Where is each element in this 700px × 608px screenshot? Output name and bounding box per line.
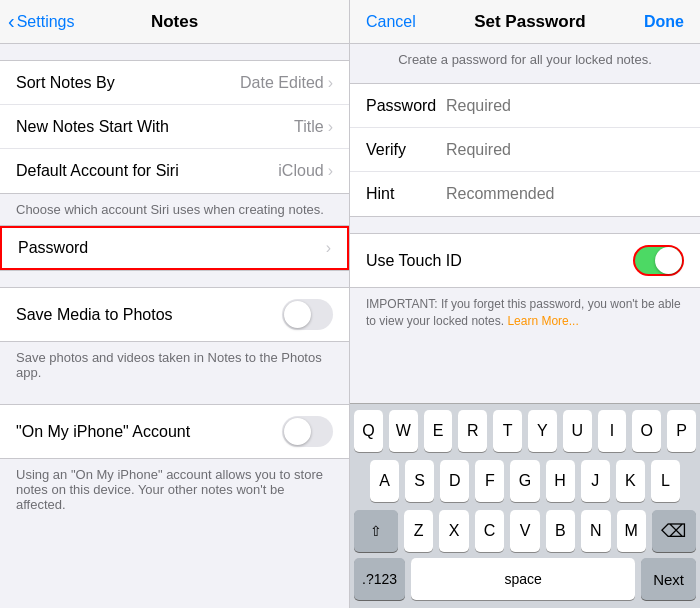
save-media-description: Save photos and videos taken in Notes to… xyxy=(0,342,349,388)
password-row[interactable]: Password › xyxy=(0,226,349,270)
key-w[interactable]: W xyxy=(389,410,418,452)
keyboard: Q W E R T Y U I O P A S D F G H J K L ⇧ … xyxy=(350,403,700,608)
on-my-iphone-label: "On My iPhone" Account xyxy=(16,423,190,441)
save-media-group: Save Media to Photos xyxy=(0,287,349,342)
touch-id-toggle[interactable] xyxy=(633,245,684,276)
top-settings-group: Sort Notes By Date Edited › New Notes St… xyxy=(0,60,349,194)
save-media-label: Save Media to Photos xyxy=(16,306,173,324)
sort-notes-value: Date Edited xyxy=(240,74,324,92)
touch-id-label: Use Touch ID xyxy=(366,252,462,270)
key-l[interactable]: L xyxy=(651,460,680,502)
key-v[interactable]: V xyxy=(510,510,539,552)
password-chevron-icon: › xyxy=(326,239,331,257)
new-notes-label: New Notes Start With xyxy=(16,118,169,136)
new-notes-chevron-icon: › xyxy=(328,118,333,136)
password-field-row: Password xyxy=(350,84,700,128)
key-k[interactable]: K xyxy=(616,460,645,502)
key-e[interactable]: E xyxy=(424,410,453,452)
back-arrow-icon: ‹ xyxy=(8,10,15,33)
default-account-label: Default Account for Siri xyxy=(16,162,179,180)
save-media-row[interactable]: Save Media to Photos xyxy=(0,288,349,341)
key-y[interactable]: Y xyxy=(528,410,557,452)
on-my-iphone-description: Using an "On My iPhone" account allows y… xyxy=(0,459,349,520)
key-f[interactable]: F xyxy=(475,460,504,502)
save-media-toggle[interactable] xyxy=(282,299,333,330)
key-d[interactable]: D xyxy=(440,460,469,502)
hint-field-row: Hint xyxy=(350,172,700,216)
password-label: Password xyxy=(18,239,88,257)
key-a[interactable]: A xyxy=(370,460,399,502)
keyboard-row-2: A S D F G H J K L xyxy=(350,454,700,504)
delete-key[interactable]: ⌫ xyxy=(652,510,696,552)
key-h[interactable]: H xyxy=(546,460,575,502)
left-header: ‹ Settings Notes xyxy=(0,0,349,44)
keyboard-bottom-row: .?123 space Next xyxy=(350,554,700,608)
key-z[interactable]: Z xyxy=(404,510,433,552)
learn-more-link[interactable]: Learn More... xyxy=(507,314,578,328)
key-t[interactable]: T xyxy=(493,410,522,452)
sort-notes-chevron-icon: › xyxy=(328,74,333,92)
warning-text: IMPORTANT: If you forget this password, … xyxy=(350,288,700,338)
key-q[interactable]: Q xyxy=(354,410,383,452)
done-button[interactable]: Done xyxy=(644,13,684,31)
shift-key[interactable]: ⇧ xyxy=(354,510,398,552)
sort-notes-row[interactable]: Sort Notes By Date Edited › xyxy=(0,61,349,105)
verify-field-label: Verify xyxy=(366,141,446,159)
sort-notes-value-group: Date Edited › xyxy=(240,74,333,92)
new-notes-value-group: Title › xyxy=(294,118,333,136)
key-m[interactable]: M xyxy=(617,510,646,552)
siri-description: Choose which account Siri uses when crea… xyxy=(0,194,349,225)
key-u[interactable]: U xyxy=(563,410,592,452)
next-key[interactable]: Next xyxy=(641,558,696,600)
on-my-iphone-group: "On My iPhone" Account xyxy=(0,404,349,459)
default-account-value: iCloud xyxy=(278,162,323,180)
key-i[interactable]: I xyxy=(598,410,627,452)
verify-field-row: Verify xyxy=(350,128,700,172)
left-panel: ‹ Settings Notes Sort Notes By Date Edit… xyxy=(0,0,350,608)
key-j[interactable]: J xyxy=(581,460,610,502)
key-o[interactable]: O xyxy=(632,410,661,452)
key-g[interactable]: G xyxy=(510,460,539,502)
password-fields-group: Password Verify Hint xyxy=(350,83,700,217)
space-key[interactable]: space xyxy=(411,558,635,600)
password-field-input[interactable] xyxy=(446,97,684,115)
default-account-row[interactable]: Default Account for Siri iCloud › xyxy=(0,149,349,193)
hint-field-label: Hint xyxy=(366,185,446,203)
touch-id-row[interactable]: Use Touch ID xyxy=(350,233,700,288)
back-button[interactable]: ‹ Settings xyxy=(8,10,74,33)
set-password-title: Set Password xyxy=(474,12,586,32)
page-title: Notes xyxy=(151,12,198,32)
new-notes-row[interactable]: New Notes Start With Title › xyxy=(0,105,349,149)
set-password-subtitle: Create a password for all your locked no… xyxy=(350,44,700,75)
on-my-iphone-toggle[interactable] xyxy=(282,416,333,447)
on-my-iphone-row[interactable]: "On My iPhone" Account xyxy=(0,405,349,458)
new-notes-value: Title xyxy=(294,118,324,136)
keyboard-row-3: ⇧ Z X C V B N M ⌫ xyxy=(350,504,700,554)
back-label: Settings xyxy=(17,13,75,31)
key-r[interactable]: R xyxy=(458,410,487,452)
right-panel: Cancel Set Password Done Create a passwo… xyxy=(350,0,700,608)
key-s[interactable]: S xyxy=(405,460,434,502)
sort-notes-label: Sort Notes By xyxy=(16,74,115,92)
cancel-button[interactable]: Cancel xyxy=(366,13,416,31)
right-header: Cancel Set Password Done xyxy=(350,0,700,44)
key-x[interactable]: X xyxy=(439,510,468,552)
password-group: Password › xyxy=(0,225,349,271)
key-c[interactable]: C xyxy=(475,510,504,552)
verify-field-input[interactable] xyxy=(446,141,684,159)
password-field-label: Password xyxy=(366,97,446,115)
default-account-value-group: iCloud › xyxy=(278,162,333,180)
key-p[interactable]: P xyxy=(667,410,696,452)
numbers-key[interactable]: .?123 xyxy=(354,558,405,600)
key-b[interactable]: B xyxy=(546,510,575,552)
key-n[interactable]: N xyxy=(581,510,610,552)
keyboard-row-1: Q W E R T Y U I O P xyxy=(350,404,700,454)
hint-field-input[interactable] xyxy=(446,185,684,203)
default-account-chevron-icon: › xyxy=(328,162,333,180)
